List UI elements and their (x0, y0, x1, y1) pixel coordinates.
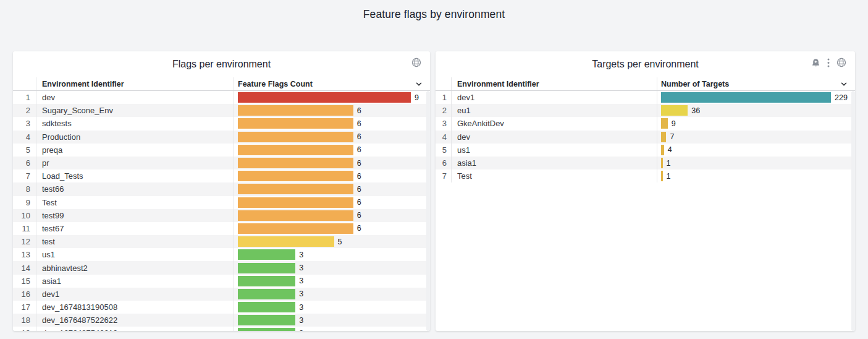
bar-value: 3 (299, 277, 303, 285)
bar-gauge (661, 118, 668, 129)
bar-value: 6 (357, 132, 361, 141)
bell-plus-icon[interactable] (811, 58, 820, 67)
environment-name-cell: Load_Tests (36, 170, 234, 182)
panel-targets-per-environment: Targets per environment (436, 51, 855, 331)
bar-gauge (238, 118, 353, 129)
bar-value: 3 (299, 303, 303, 312)
row-number-column-header (13, 77, 36, 90)
bar-cell: 6 (234, 144, 430, 157)
row-number: 4 (436, 131, 452, 144)
bar-gauge (238, 210, 353, 221)
environment-name-cell: dev_1674813190508 (36, 301, 234, 314)
panel-title[interactable]: Flags per environment (172, 59, 271, 70)
row-number: 8 (13, 182, 36, 195)
panel-flags-per-environment: Flags per environment Environment Identi… (13, 51, 430, 331)
table-row: 8test666 (13, 182, 430, 195)
column-header-number-of-targets[interactable]: Number of Targets (657, 80, 855, 88)
column-header-feature-flags-count[interactable]: Feature Flags Count (234, 80, 430, 88)
bar-value: 36 (691, 106, 700, 115)
table-header-row: Environment Identifier Feature Flags Cou… (13, 77, 430, 91)
bar-gauge (661, 145, 664, 155)
environment-name-cell: dev1 (452, 91, 657, 104)
bar-gauge (238, 289, 295, 299)
bar-value: 3 (299, 251, 303, 259)
globe-icon[interactable] (411, 58, 421, 67)
bar-gauge (661, 158, 663, 168)
kebab-menu-icon[interactable] (827, 58, 830, 67)
row-number: 16 (13, 288, 36, 301)
environment-name-cell: Test (36, 196, 234, 209)
bar-cell: 6 (234, 209, 430, 222)
bar-gauge (238, 302, 295, 312)
bar-value: 6 (357, 185, 361, 194)
environment-name-cell: test99 (36, 209, 234, 222)
scrollbar[interactable] (426, 91, 430, 331)
table-row: 16dev13 (13, 288, 430, 301)
column-header-environment-identifier[interactable]: Environment Identifier (452, 77, 657, 90)
table-row: 7Test1 (436, 170, 855, 182)
table-row: 3sdktests6 (13, 117, 430, 130)
bar-value: 3 (299, 329, 303, 331)
bar-cell: 6 (234, 104, 430, 117)
table-row: 5preqa6 (13, 144, 430, 157)
bar-value: 6 (357, 224, 361, 233)
table-row: 9Test6 (13, 196, 430, 209)
bar-gauge (238, 236, 334, 247)
environment-name-cell: dev_1676487546612 (36, 327, 234, 331)
row-number: 12 (13, 235, 36, 248)
bar-value: 3 (299, 316, 303, 325)
row-number: 13 (13, 248, 36, 261)
table-row: 19dev_16764875466123 (13, 327, 430, 331)
bar-gauge (238, 197, 353, 208)
row-number: 5 (436, 144, 452, 157)
table-row: 1dev9 (13, 91, 430, 104)
bar-cell: 9 (657, 117, 855, 130)
bar-value: 9 (672, 119, 676, 128)
bar-cell: 36 (657, 104, 855, 117)
bar-gauge (238, 184, 353, 194)
bar-cell: 3 (234, 248, 430, 261)
table-row: 11test676 (13, 222, 430, 235)
panel-title[interactable]: Targets per environment (592, 59, 699, 70)
bar-gauge (238, 105, 353, 116)
table-row: 6asia11 (436, 157, 855, 170)
bar-cell: 6 (234, 170, 430, 182)
table-row: 13us13 (13, 248, 430, 261)
bar-gauge (661, 105, 688, 116)
globe-icon[interactable] (836, 58, 846, 67)
environment-name-cell: test67 (36, 222, 234, 235)
table-row: 3GkeAnkitDev9 (436, 117, 855, 130)
bar-cell: 7 (657, 131, 855, 144)
bar-gauge (238, 249, 295, 260)
row-number: 14 (13, 261, 36, 274)
panel-header: Targets per environment (436, 51, 855, 77)
bar-gauge (238, 263, 295, 273)
environment-name-cell: test (36, 235, 234, 248)
bar-cell: 6 (234, 182, 430, 195)
environment-name-cell: dev_1676487522622 (36, 314, 234, 327)
table-row: 17dev_16748131905083 (13, 301, 430, 314)
bar-value: 3 (299, 290, 303, 298)
column-header-environment-identifier[interactable]: Environment Identifier (36, 77, 234, 90)
environment-name-cell: asia1 (36, 275, 234, 288)
scrollbar[interactable] (851, 91, 855, 331)
chevron-down-icon[interactable] (415, 80, 423, 90)
bar-cell: 5 (234, 235, 430, 248)
bar-cell: 3 (234, 275, 430, 288)
bar-cell: 229 (657, 91, 855, 104)
bar-gauge (238, 158, 353, 168)
table-row: 5us14 (436, 144, 855, 157)
chevron-down-icon[interactable] (840, 80, 848, 90)
table-row: 7Load_Tests6 (13, 170, 430, 182)
bar-value: 229 (835, 93, 848, 102)
row-number: 2 (13, 104, 36, 117)
environment-name-cell: test66 (36, 182, 234, 195)
bar-gauge (238, 223, 353, 234)
table-row: 10test996 (13, 209, 430, 222)
bar-cell: 6 (234, 117, 430, 130)
row-number: 15 (13, 275, 36, 288)
bar-gauge (238, 328, 295, 331)
bar-value: 6 (357, 198, 361, 207)
bar-value: 6 (357, 106, 361, 115)
row-number-column-header (436, 77, 452, 90)
